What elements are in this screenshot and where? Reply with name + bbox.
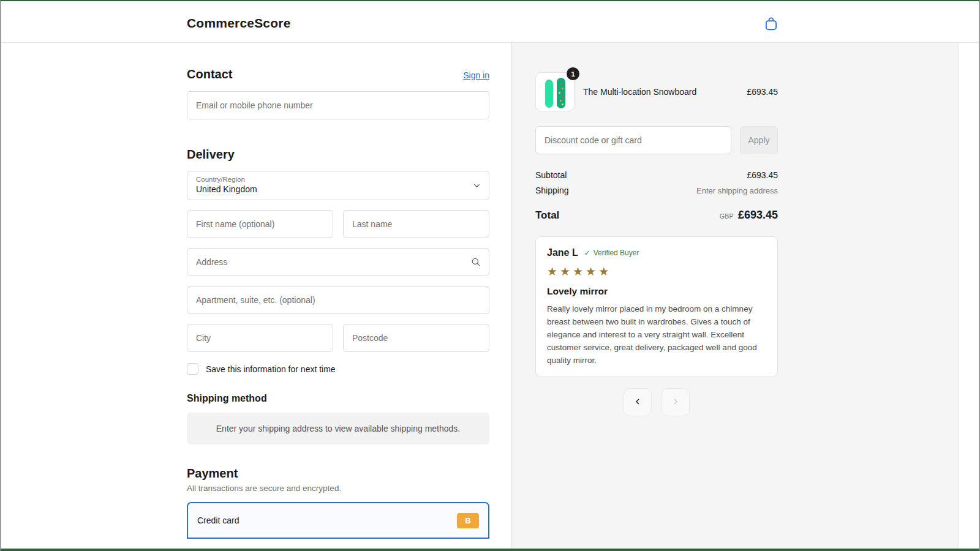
snowboard-image (545, 80, 553, 108)
checkout-form-panel: Contact Sign in Delivery Country/Region … (1, 43, 512, 549)
subtotal-value: £693.45 (747, 170, 778, 180)
brand-logo: CommerceScore (187, 16, 291, 31)
next-review-button[interactable] (662, 388, 690, 416)
shipping-method-heading: Shipping method (187, 393, 489, 404)
credit-card-option[interactable]: Credit card B (187, 502, 489, 539)
save-info-label: Save this information for next time (206, 364, 336, 374)
product-price: £693.45 (747, 87, 778, 97)
country-select-value: United Kingdom (196, 184, 480, 195)
bogus-gateway-icon: B (457, 513, 479, 528)
total-label: Total (535, 209, 559, 222)
email-field[interactable] (187, 91, 489, 119)
subtotal-label: Subtotal (535, 170, 567, 180)
shipping-label: Shipping (535, 186, 569, 195)
discount-code-input[interactable] (535, 126, 731, 154)
apartment-field[interactable] (187, 286, 489, 314)
check-icon: ✓ (584, 249, 590, 257)
country-select-label: Country/Region (196, 176, 480, 184)
payment-heading: Payment (187, 467, 489, 481)
verified-buyer-label: Verified Buyer (594, 249, 639, 257)
chevron-right-icon (671, 397, 680, 408)
apply-discount-button[interactable]: Apply (740, 126, 778, 154)
chevron-down-icon (472, 181, 481, 193)
shopping-bag-icon (763, 24, 779, 34)
first-name-field[interactable] (187, 210, 333, 238)
save-info-checkbox[interactable] (187, 363, 198, 375)
address-field[interactable] (187, 248, 489, 276)
sign-in-link[interactable]: Sign in (463, 70, 489, 80)
review-body: Really lovely mirror placed in my bedroo… (547, 302, 766, 367)
quantity-badge: 1 (567, 67, 579, 80)
currency-code: GBP (720, 212, 734, 220)
review-author: Jane L (547, 247, 578, 258)
cart-button[interactable] (763, 16, 780, 33)
payment-subtitle: All transactions are secure and encrypte… (187, 484, 489, 493)
review-title: Lovely mirror (547, 286, 766, 297)
product-thumbnail: 1 (535, 72, 575, 111)
contact-heading: Contact (187, 67, 232, 81)
search-icon (470, 257, 481, 270)
main-area: Contact Sign in Delivery Country/Region … (1, 43, 979, 549)
shipping-method-empty-notice: Enter your shipping address to view avai… (187, 413, 489, 444)
order-summary-panel: 1 The Multi-location Snowboard £693.45 A… (512, 43, 979, 549)
review-card: Jane L ✓ Verified Buyer ★★★★★ Lovely mir… (535, 236, 778, 377)
previous-review-button[interactable] (624, 388, 652, 416)
cart-line-item: 1 The Multi-location Snowboard £693.45 (535, 72, 778, 111)
delivery-heading: Delivery (187, 148, 489, 162)
star-rating: ★★★★★ (547, 264, 766, 279)
scrollbar[interactable] (959, 43, 979, 549)
city-field[interactable] (187, 324, 333, 352)
header: CommerceScore (1, 1, 979, 43)
total-value: £693.45 (738, 209, 778, 222)
credit-card-label: Credit card (197, 515, 239, 525)
verified-buyer-badge: ✓ Verified Buyer (584, 249, 639, 257)
country-select[interactable]: Country/Region United Kingdom (187, 171, 489, 200)
shipping-value: Enter shipping address (696, 186, 778, 195)
last-name-field[interactable] (343, 210, 489, 238)
postcode-field[interactable] (343, 324, 489, 352)
review-carousel-nav (535, 388, 778, 416)
checkout-page: CommerceScore Contact Sign in (0, 0, 980, 551)
chevron-left-icon (633, 397, 642, 408)
product-name: The Multi-location Snowboard (583, 87, 738, 97)
